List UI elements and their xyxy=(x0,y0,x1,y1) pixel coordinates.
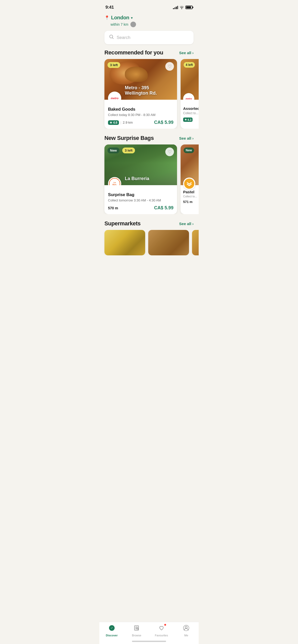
new-surprise-see-all[interactable]: See all › xyxy=(179,136,194,140)
recommended-section: Recommended for you See all › 3 left ♡ m… xyxy=(99,49,199,129)
baked-goods-distance: 2.9 km xyxy=(123,121,133,124)
supermarkets-cards-list xyxy=(99,230,199,255)
status-bar: 9:41 xyxy=(99,0,199,13)
metro-store-name: Metro - 395Wellington Rd. xyxy=(125,85,157,96)
supermarkets-see-all[interactable]: See all › xyxy=(179,222,194,226)
assorted-rating-row: ★4.3 xyxy=(183,118,199,122)
sm-card-3-image xyxy=(192,230,199,255)
pastel-collect: Collect to... xyxy=(183,195,199,198)
supermarkets-title: Supermarkets xyxy=(104,220,141,227)
new-surprise-section-header: New Surprise Bags See all › xyxy=(99,135,199,144)
location-row[interactable]: 📍 London ▾ xyxy=(104,15,194,21)
card-surprise-bag[interactable]: New 3 left ♡ LaBurr. La Burreria Surpris… xyxy=(104,144,177,214)
assorted-badge: 4 left xyxy=(184,62,195,68)
card-pastel-partial[interactable]: New Pastel Collect to... xyxy=(181,144,199,214)
metro-logo-partial: metro xyxy=(183,93,194,100)
baked-goods-price: CA$ 5.99 xyxy=(154,120,173,125)
surprise-bag-title: Surprise Bag xyxy=(108,192,173,197)
card-surprise-image: New 3 left ♡ LaBurr. La Burreria xyxy=(104,144,177,185)
location-sub-text: within 7 km xyxy=(111,22,128,26)
card-baked-goods-image: 3 left ♡ metro Metro - 395Wellington Rd. xyxy=(104,59,177,100)
battery-icon xyxy=(185,6,193,9)
pastel-card-image: New xyxy=(181,144,199,185)
radius-slider-dot[interactable] xyxy=(130,22,136,27)
location-sub-row[interactable]: within 7 km xyxy=(104,22,194,27)
search-container: Search xyxy=(99,31,199,49)
surprise-bag-heart-button[interactable]: ♡ xyxy=(165,148,174,156)
search-input[interactable]: Search xyxy=(117,35,189,40)
baked-goods-rating: ★ 4.6 xyxy=(108,120,119,125)
assorted-title: Assorted xyxy=(183,106,199,111)
assorted-rating: ★4.3 xyxy=(183,118,193,122)
status-time: 9:41 xyxy=(105,5,114,10)
recommended-title: Recommended for you xyxy=(104,49,163,56)
surprise-bag-footer: 570 m CA$ 5.99 xyxy=(108,205,173,211)
location-chevron-icon: ▾ xyxy=(131,16,133,20)
assorted-card-body: Assorted Collect to... ★4.3 xyxy=(181,100,199,125)
sm-card-2-image xyxy=(148,230,189,255)
supermarket-card-2[interactable] xyxy=(148,230,189,255)
new-surprise-title: New Surprise Bags xyxy=(104,135,154,141)
recommended-section-header: Recommended for you See all › xyxy=(99,49,199,59)
surprise-bag-count-badge: 3 left xyxy=(122,148,135,153)
new-surprise-cards-list: New 3 left ♡ LaBurr. La Burreria Surpris… xyxy=(99,144,199,214)
baked-goods-title: Baked Goods xyxy=(108,107,173,112)
burreria-store-name: La Burreria xyxy=(125,176,149,182)
baked-goods-rating-value: 4.6 xyxy=(113,121,117,124)
star-icon: ★ xyxy=(110,121,112,124)
supermarket-card-3[interactable] xyxy=(192,230,199,255)
location-name[interactable]: London xyxy=(111,15,129,21)
pastel-distance: 571 m xyxy=(183,200,199,204)
card-baked-goods[interactable]: 3 left ♡ metro Metro - 395Wellington Rd.… xyxy=(104,59,177,129)
baked-goods-heart-button[interactable]: ♡ xyxy=(165,62,174,71)
signal-icon xyxy=(173,6,178,9)
pastel-new-badge: New xyxy=(184,148,194,153)
surprise-bag-price: CA$ 5.99 xyxy=(154,205,173,211)
wifi-icon xyxy=(180,6,184,9)
surprise-bag-collect-time: Collect tomorrow 3:30 AM - 4:30 AM xyxy=(108,198,173,202)
surprise-bag-distance: 570 m xyxy=(108,206,118,210)
search-icon xyxy=(109,34,114,41)
search-bar[interactable]: Search xyxy=(104,31,194,44)
baked-goods-footer: ★ 4.6 | 2.9 km CA$ 5.99 xyxy=(108,120,173,125)
supermarkets-section: Supermarkets See all › xyxy=(99,220,199,255)
star-icon: ★ xyxy=(184,118,187,121)
baked-goods-meta: ★ 4.6 | 2.9 km xyxy=(108,120,133,125)
pastel-title: Pastel xyxy=(183,190,199,194)
pastel-chevron-icon xyxy=(186,181,192,186)
pastel-logo xyxy=(183,178,195,190)
header: 📍 London ▾ within 7 km xyxy=(99,13,199,31)
status-icons xyxy=(173,6,193,9)
sm-card-1-image xyxy=(104,230,145,255)
card-metro-assorted-partial[interactable]: 4 left metro Assorted Collect to... ★4.3 xyxy=(181,59,199,129)
assorted-collect: Collect to... xyxy=(183,111,199,115)
baked-goods-collect-time: Collect today 8:30 PM - 8:30 AM xyxy=(108,113,173,117)
recommended-cards-list: 3 left ♡ metro Metro - 395Wellington Rd.… xyxy=(99,59,199,129)
location-pin-icon: 📍 xyxy=(104,15,110,20)
baked-goods-badge: 3 left xyxy=(107,62,120,68)
new-surprise-section: New Surprise Bags See all › New 3 left ♡… xyxy=(99,135,199,214)
supermarket-card-1[interactable] xyxy=(104,230,145,255)
card-baked-goods-body: Baked Goods Collect today 8:30 PM - 8:30… xyxy=(104,100,177,129)
card-surprise-body: Surprise Bag Collect tomorrow 3:30 AM - … xyxy=(104,185,177,214)
surprise-bag-new-badge: New xyxy=(107,148,119,153)
recommended-see-all[interactable]: See all › xyxy=(179,51,194,55)
supermarkets-section-header: Supermarkets See all › xyxy=(99,220,199,230)
